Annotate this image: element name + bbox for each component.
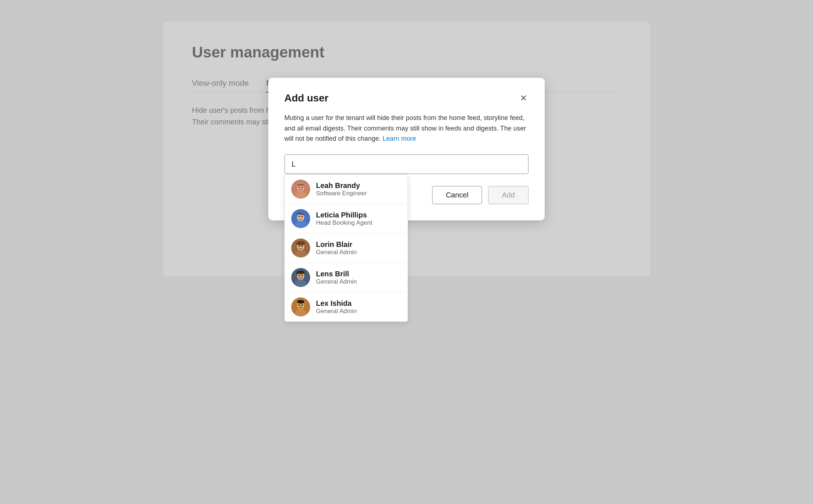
list-item[interactable]: Lex Ishida General Admin <box>285 292 408 321</box>
user-role: General Admin <box>316 308 357 315</box>
avatar <box>291 239 310 257</box>
user-name: Lens Brill <box>316 270 357 278</box>
modal-overlay: Add user ✕ Muting a user for the tenant … <box>163 22 650 276</box>
svg-point-21 <box>297 271 305 274</box>
list-item[interactable]: Lorin Blair General Admin <box>285 233 408 263</box>
modal-header: Add user ✕ <box>284 92 529 104</box>
user-info: Lorin Blair General Admin <box>316 240 357 256</box>
user-role: General Admin <box>316 249 357 256</box>
user-name: Leah Brandy <box>316 181 367 190</box>
list-item[interactable]: Leticia Phillips Head Booking Agent <box>285 204 408 233</box>
svg-point-15 <box>296 241 305 245</box>
add-user-modal: Add user ✕ Muting a user for the tenant … <box>268 78 545 220</box>
avatar <box>291 180 310 199</box>
avatar <box>291 268 310 287</box>
user-info: Leticia Phillips Head Booking Agent <box>316 211 372 227</box>
user-role: Software Engineer <box>316 190 367 197</box>
svg-point-27 <box>301 304 303 306</box>
avatar <box>291 209 310 228</box>
svg-point-28 <box>297 300 304 304</box>
user-search-input[interactable] <box>284 154 529 174</box>
svg-point-20 <box>301 275 303 276</box>
svg-point-14 <box>301 245 303 247</box>
svg-point-4 <box>301 187 303 188</box>
svg-point-19 <box>299 275 300 276</box>
avatar <box>291 297 310 316</box>
modal-description: Muting a user for the tenant will hide t… <box>284 113 529 144</box>
search-wrapper: Leah Brandy Software Engineer <box>284 154 529 174</box>
add-button[interactable]: Add <box>488 186 529 204</box>
user-info: Leah Brandy Software Engineer <box>316 181 367 197</box>
page-background: User management View-only mode Mute user… <box>0 0 813 504</box>
svg-point-26 <box>299 304 300 306</box>
user-role: General Admin <box>316 278 357 285</box>
user-info: Lex Ishida General Admin <box>316 299 357 315</box>
list-item[interactable]: Leah Brandy Software Engineer <box>285 175 408 204</box>
modal-learn-more-link[interactable]: Learn more <box>383 135 416 142</box>
main-content-area: User management View-only mode Mute user… <box>163 22 650 276</box>
user-name: Leticia Phillips <box>316 211 372 219</box>
modal-title: Add user <box>284 92 328 104</box>
cancel-button[interactable]: Cancel <box>432 186 482 204</box>
user-role: Head Booking Agent <box>316 219 372 227</box>
list-item[interactable]: Lens Brill General Admin <box>285 263 408 292</box>
svg-rect-22 <box>296 272 298 275</box>
user-search-dropdown: Leah Brandy Software Engineer <box>284 174 408 322</box>
user-name: Lex Ishida <box>316 299 357 308</box>
modal-close-button[interactable]: ✕ <box>518 92 529 104</box>
user-info: Lens Brill General Admin <box>316 270 357 285</box>
user-name: Lorin Blair <box>316 240 357 249</box>
svg-point-13 <box>299 245 300 247</box>
svg-point-3 <box>299 187 300 188</box>
